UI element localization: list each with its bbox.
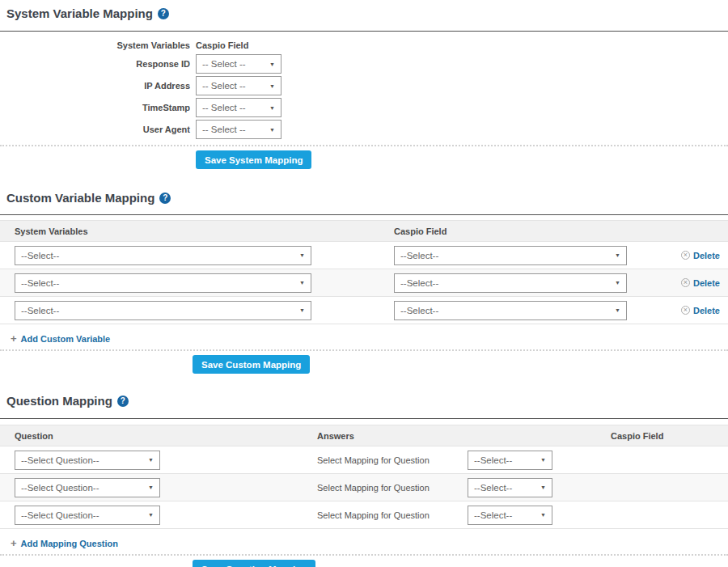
chevron-down-icon: ▼ [540, 457, 546, 463]
chevron-down-icon: ▼ [148, 512, 154, 518]
dashed-divider [0, 554, 728, 556]
select-value: --Select-- [474, 455, 512, 465]
question-select[interactable]: --Select Question-- ▼ [15, 478, 160, 497]
delete-row-link[interactable]: × Delete [681, 278, 720, 288]
select-value: --Select-- [400, 278, 438, 288]
chevron-down-icon: ▼ [299, 307, 305, 313]
select-value: --Select Question-- [21, 510, 99, 520]
ip-address-select[interactable]: -- Select -- ▼ [196, 76, 281, 95]
select-value: --Select-- [21, 306, 59, 315]
custom-section-title-text: Custom Variable Mapping [6, 191, 154, 205]
save-question-mapping-button[interactable]: Save Question Mapping [193, 560, 315, 567]
select-value: --Select-- [474, 510, 512, 520]
chevron-down-icon: ▼ [299, 252, 305, 258]
custom-caspio-field-select[interactable]: --Select-- ▼ [394, 273, 627, 293]
system-row-user-agent: User Agent -- Select -- ▼ [0, 120, 728, 139]
help-icon[interactable]: ? [158, 8, 169, 19]
question-select[interactable]: --Select Question-- ▼ [15, 451, 160, 470]
user-agent-select[interactable]: -- Select -- ▼ [196, 120, 281, 139]
delete-row-link[interactable]: × Delete [681, 306, 720, 315]
section-title-question: Question Mapping ? [0, 394, 728, 408]
response-id-label: Response ID [0, 59, 190, 69]
select-value: --Select-- [21, 278, 59, 288]
help-icon[interactable]: ? [117, 396, 129, 407]
chevron-down-icon: ▼ [269, 61, 275, 67]
add-custom-variable-label: Add Custom Variable [21, 334, 111, 344]
caspio-field-column-header: Caspio Field [190, 40, 248, 50]
response-id-select[interactable]: -- Select -- ▼ [196, 54, 281, 74]
answers-column-header: Answers [317, 431, 611, 441]
delete-label: Delete [693, 251, 720, 260]
chevron-down-icon: ▼ [540, 484, 546, 490]
ip-address-label: IP Address [0, 81, 190, 91]
add-mapping-question-label: Add Mapping Question [21, 539, 118, 548]
chevron-down-icon: ▼ [615, 307, 620, 313]
system-section-title-text: System Variable Mapping [6, 6, 153, 20]
delete-circle-x-icon: × [681, 278, 690, 287]
table-row: --Select-- ▼ --Select-- ▼ × Delete [0, 297, 728, 324]
section-title-custom: Custom Variable Mapping ? [0, 191, 728, 205]
section-title-system: System Variable Mapping ? [0, 6, 728, 20]
section-divider [0, 31, 728, 32]
system-variables-column-header: System Variables [15, 226, 394, 236]
select-value: -- Select -- [202, 59, 246, 69]
system-row-ip-address: IP Address -- Select -- ▼ [0, 76, 728, 95]
chevron-down-icon: ▼ [269, 127, 275, 133]
save-custom-mapping-button[interactable]: Save Custom Mapping [193, 355, 310, 374]
user-agent-label: User Agent [0, 125, 190, 134]
custom-mapping-table: System Variables Caspio Field --Select--… [0, 220, 728, 324]
custom-system-variable-select[interactable]: --Select-- ▼ [15, 246, 311, 265]
table-row: --Select Question-- ▼ Select Mapping for… [0, 446, 728, 474]
select-value: --Select-- [474, 483, 512, 493]
chevron-down-icon: ▼ [299, 280, 305, 286]
answer-mapping-label: Select Mapping for Question [317, 455, 468, 465]
system-variables-column-header: System Variables [0, 40, 190, 50]
system-variable-mapping-section: System Variable Mapping ? System Variabl… [0, 6, 728, 169]
system-row-timestamp: TimeStamp -- Select -- ▼ [0, 98, 728, 117]
delete-circle-x-icon: × [681, 306, 690, 315]
table-row: --Select-- ▼ --Select-- ▼ × Delete [0, 242, 728, 269]
select-value: --Select-- [21, 251, 59, 260]
add-custom-variable-link[interactable]: + Add Custom Variable [11, 333, 110, 344]
chevron-down-icon: ▼ [148, 457, 154, 463]
custom-caspio-field-select[interactable]: --Select-- ▼ [394, 301, 627, 320]
dashed-divider [0, 349, 728, 351]
caspio-field-column-header: Caspio Field [611, 431, 663, 441]
chevron-down-icon: ▼ [148, 484, 154, 490]
select-value: --Select Question-- [21, 483, 99, 493]
save-system-mapping-button[interactable]: Save System Mapping [196, 150, 311, 169]
add-mapping-question-link[interactable]: + Add Mapping Question [11, 538, 118, 548]
answer-mapping-label: Select Mapping for Question [317, 483, 468, 493]
chevron-down-icon: ▼ [269, 105, 275, 111]
select-value: -- Select -- [202, 103, 246, 112]
custom-table-header: System Variables Caspio Field [0, 220, 728, 242]
table-row: --Select Question-- ▼ Select Mapping for… [0, 474, 728, 501]
custom-system-variable-select[interactable]: --Select-- ▼ [15, 273, 311, 293]
chevron-down-icon: ▼ [615, 280, 620, 286]
custom-caspio-field-select[interactable]: --Select-- ▼ [394, 246, 627, 265]
question-section-title-text: Question Mapping [6, 394, 112, 408]
answer-caspio-field-select[interactable]: --Select-- ▼ [468, 478, 552, 497]
question-table-header: Question Answers Caspio Field [0, 425, 728, 446]
select-value: --Select-- [400, 306, 438, 315]
timestamp-select[interactable]: -- Select -- ▼ [196, 98, 281, 117]
timestamp-label: TimeStamp [0, 103, 190, 112]
answer-mapping-label: Select Mapping for Question [317, 510, 468, 520]
question-select[interactable]: --Select Question-- ▼ [15, 506, 160, 525]
table-row: --Select-- ▼ --Select-- ▼ × Delete [0, 269, 728, 297]
caspio-field-column-header: Caspio Field [394, 226, 447, 236]
table-row: --Select Question-- ▼ Select Mapping for… [0, 501, 728, 529]
delete-row-link[interactable]: × Delete [681, 251, 720, 260]
system-row-response-id: Response ID -- Select -- ▼ [0, 54, 728, 74]
select-value: -- Select -- [202, 125, 246, 134]
dashed-divider [0, 145, 728, 146]
chevron-down-icon: ▼ [615, 252, 620, 258]
chevron-down-icon: ▼ [269, 83, 275, 89]
custom-variable-mapping-section: Custom Variable Mapping ? System Variabl… [0, 191, 728, 374]
question-column-header: Question [15, 431, 317, 441]
answer-caspio-field-select[interactable]: --Select-- ▼ [468, 506, 552, 525]
custom-system-variable-select[interactable]: --Select-- ▼ [15, 301, 311, 320]
section-divider [0, 418, 728, 419]
answer-caspio-field-select[interactable]: --Select-- ▼ [468, 451, 552, 470]
help-icon[interactable]: ? [159, 193, 171, 204]
